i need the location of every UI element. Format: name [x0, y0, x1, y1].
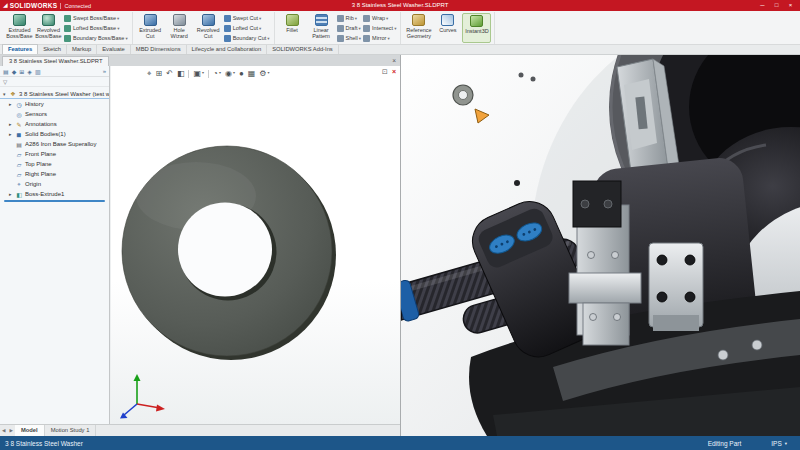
swept-boss-base-button[interactable]: Swept Boss/Base: [64, 14, 128, 23]
display-style-icon[interactable]: ◔: [213, 68, 221, 79]
tree-item-history[interactable]: ◷ History: [0, 99, 109, 109]
restore-window-icon[interactable]: ⊡: [382, 68, 388, 76]
boss-extrude-icon: ◧: [15, 191, 23, 198]
previous-view-icon[interactable]: ↶: [166, 69, 173, 79]
minimize-button[interactable]: ─: [756, 0, 769, 11]
dimxpertmanager-tab-icon[interactable]: ◈: [27, 68, 32, 75]
tab-sketch[interactable]: Sketch: [38, 45, 67, 55]
intersect-button[interactable]: Intersect: [363, 24, 396, 33]
close-button[interactable]: ×: [784, 0, 797, 11]
wrap-button[interactable]: Wrap: [363, 14, 396, 23]
tab-motion-study-1[interactable]: Motion Study 1: [45, 425, 97, 436]
dropdown-caret-icon: [358, 35, 361, 41]
tab-lifecycle-collaboration[interactable]: Lifecycle and Collaboration: [187, 45, 268, 55]
rollback-bar[interactable]: [4, 200, 105, 202]
tree-root-part[interactable]: ❖ 3 8 Stainless Steel Washer (test washe…: [0, 89, 109, 99]
draft-button[interactable]: Draft: [337, 24, 362, 33]
apply-scene-icon[interactable]: ▦: [248, 69, 256, 79]
wrap-icon: [363, 15, 370, 22]
zoom-area-icon[interactable]: ⊞: [156, 69, 163, 79]
extruded-boss-base-icon: [13, 14, 26, 26]
fillet-button[interactable]: Fillet: [278, 13, 307, 43]
lofted-boss-base-button[interactable]: Lofted Boss/Base: [64, 24, 128, 33]
tab-solidworks-add-ins[interactable]: SOLIDWORKS Add-Ins: [267, 45, 339, 55]
solidworks-app-window: ◢ SOLIDWORKS Connected 3 8 Stainless Ste…: [0, 0, 800, 450]
render-preview-window[interactable]: [400, 55, 800, 436]
tree-item-material[interactable]: ▤ A286 Iron Base Superalloy: [0, 139, 109, 149]
status-document-name: 3 8 Stainless Steel Washer: [5, 440, 83, 447]
tab-scroll-right-icon[interactable]: ▶: [7, 428, 14, 433]
section-view-icon[interactable]: ◧: [177, 69, 185, 79]
lofted-cut-button[interactable]: Lofted Cut: [224, 24, 270, 33]
revolved-cut-button[interactable]: Revolved Cut: [194, 13, 223, 43]
tab-mbd-dimensions[interactable]: MBD Dimensions: [131, 45, 187, 55]
dropdown-caret-icon: [385, 15, 388, 21]
filter-icon[interactable]: ▽: [3, 79, 7, 85]
tree-item-annotations[interactable]: ✎ Annotations: [0, 119, 109, 129]
separator: [188, 70, 189, 78]
linear-pattern-icon: [315, 14, 328, 26]
mirror-button[interactable]: Mirror: [363, 34, 396, 43]
tree-item-solid-bodies[interactable]: ◼ Solid Bodies(1): [0, 129, 109, 139]
units-caret-icon[interactable]: ▾: [785, 441, 787, 446]
tab-evaluate[interactable]: Evaluate: [97, 45, 131, 55]
displaymanager-tab-icon[interactable]: ▥: [35, 68, 41, 75]
swept-cut-icon: [224, 15, 231, 22]
extruded-cut-button[interactable]: Extruded Cut: [136, 13, 165, 43]
boundary-boss-base-button[interactable]: Boundary Boss/Base: [64, 34, 128, 43]
mirror-icon: [363, 35, 370, 42]
view-settings-icon[interactable]: ⚙: [259, 68, 269, 79]
tree-item-right-plane[interactable]: ▱ Right Plane: [0, 169, 109, 179]
close-window-icon[interactable]: ×: [392, 68, 396, 76]
tree-item-sensors[interactable]: ◎ Sensors: [0, 109, 109, 119]
tab-features[interactable]: Features: [2, 44, 38, 55]
shell-icon: [337, 35, 344, 42]
rib-button[interactable]: Rib: [337, 14, 362, 23]
material-icon: ▤: [15, 141, 23, 148]
tree-item-top-plane[interactable]: ▱ Top Plane: [0, 159, 109, 169]
extruded-boss-base-button[interactable]: Extruded Boss/Base: [5, 13, 34, 43]
revolved-boss-base-icon: [42, 14, 55, 26]
shell-button[interactable]: Shell: [337, 34, 362, 43]
tree-item-boss-extrude1[interactable]: ◧ Boss-Extrude1: [0, 189, 109, 199]
hide-show-items-icon[interactable]: ◉: [225, 68, 235, 79]
tab-model[interactable]: Model: [15, 425, 45, 436]
dropdown-caret-icon: [116, 15, 119, 21]
propertymanager-tab-icon[interactable]: ◆: [12, 68, 17, 75]
zoom-fit-icon[interactable]: ⌖: [147, 69, 152, 79]
linear-pattern-button[interactable]: Linear Pattern: [307, 13, 336, 43]
draft-icon: [337, 25, 344, 32]
configurationmanager-tab-icon[interactable]: ⊞: [19, 68, 24, 75]
tab-markup[interactable]: Markup: [67, 45, 97, 55]
document-tab[interactable]: 3 8 Stainless Steel Washer.SLDPRT: [2, 56, 109, 67]
button-label: Extruded Boss/Base: [5, 27, 34, 39]
document-close-icon[interactable]: ×: [392, 55, 396, 66]
view-orientation-icon[interactable]: ▣: [193, 68, 204, 79]
tree-item-origin[interactable]: ⌖ Origin: [0, 179, 109, 189]
document-tab-bar: 3 8 Stainless Steel Washer.SLDPRT ×: [0, 55, 400, 66]
annotations-icon: ✎: [15, 121, 23, 128]
instant3d-button[interactable]: Instant3D: [462, 13, 491, 43]
revolved-boss-base-button[interactable]: Revolved Boss/Base: [34, 13, 63, 43]
part-icon: ❖: [9, 90, 17, 97]
swept-cut-button[interactable]: Swept Cut: [224, 14, 270, 23]
maximize-button[interactable]: □: [770, 0, 783, 11]
rib-icon: [337, 15, 344, 22]
reference-geometry-button[interactable]: Reference Geometry: [404, 13, 433, 43]
reference-geometry-icon: [412, 14, 425, 26]
curves-button[interactable]: Curves: [433, 13, 462, 43]
panel-flyout-icon[interactable]: »: [103, 68, 106, 74]
boundary-cut-button[interactable]: Boundary Cut: [224, 34, 270, 43]
edit-appearance-icon[interactable]: ●: [239, 69, 244, 79]
graphics-viewport[interactable]: ⌖ ⊞ ↶ ◧ ▣ ◔ ◉ ● ▦ ⚙ ⊡ ×: [111, 66, 400, 424]
featuremanager-tab-icon[interactable]: ▤: [3, 68, 9, 75]
hole-wizard-button[interactable]: Hole Wizard: [165, 13, 194, 43]
tree-item-front-plane[interactable]: ▱ Front Plane: [0, 149, 109, 159]
plane-icon: ▱: [15, 171, 23, 178]
tab-scroll-left-icon[interactable]: ◀: [0, 428, 7, 433]
command-manager-ribbon: Extruded Boss/Base Revolved Boss/Base Sw…: [0, 11, 800, 45]
extruded-cut-icon: [144, 14, 157, 26]
status-editing-mode: Editing Part: [708, 440, 742, 447]
status-units[interactable]: IPS: [771, 440, 781, 447]
dropdown-caret-icon: [258, 15, 261, 21]
